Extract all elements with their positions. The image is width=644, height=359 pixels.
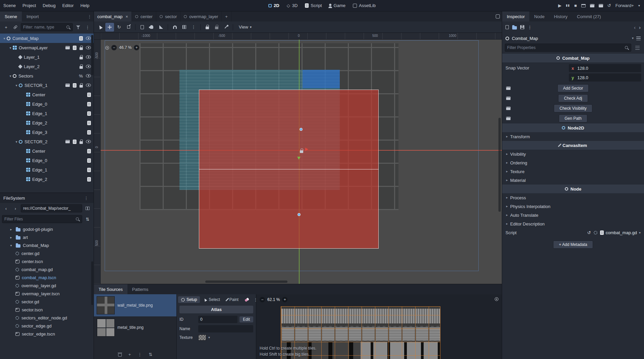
instance-scene-button[interactable] <box>11 23 19 31</box>
visibility-icon[interactable] <box>86 37 91 40</box>
script-icon[interactable] <box>87 130 91 135</box>
atlas-center-view-icon[interactable] <box>495 297 498 302</box>
reload-script-icon[interactable]: ↺ <box>587 230 591 235</box>
atlas-editor-view[interactable]: − 62.1 % + <box>256 294 502 359</box>
ruler-tool-button[interactable] <box>157 23 165 32</box>
scene-node-sector-1-edge-0[interactable]: Edge_0 <box>0 99 94 109</box>
script-icon[interactable] <box>87 121 91 125</box>
list-select-tool-button[interactable] <box>138 23 147 32</box>
category-node[interactable]: Node <box>502 185 644 193</box>
visibility-icon[interactable] <box>86 140 91 143</box>
script-icon[interactable] <box>79 36 83 41</box>
menu-help[interactable]: Help <box>77 2 93 9</box>
scene-tree-menu-icon[interactable]: ⋮ <box>84 23 92 31</box>
scene-node-sector-1-edge-3[interactable]: Edge_3 <box>0 127 94 137</box>
edit-id-button[interactable]: Edit <box>239 316 253 322</box>
visibility-icon[interactable] <box>86 55 91 59</box>
save-resource-icon[interactable] <box>520 25 524 29</box>
scene-node-combat-map[interactable]: ▾ Combat_Map <box>0 34 94 43</box>
script-icon[interactable] <box>73 140 76 144</box>
object-caret-icon[interactable]: ▾ <box>632 37 634 40</box>
distraction-free-icon[interactable] <box>494 11 502 21</box>
scene-node-sector-1-center[interactable]: Center <box>0 90 94 99</box>
section-visibility[interactable]: ▸ Visibility <box>502 150 644 158</box>
section-auto-translate[interactable]: ▸ Auto Translate <box>502 211 644 219</box>
tab-inspector[interactable]: Inspector <box>502 11 529 21</box>
scene-node-sectors[interactable]: ▾ Sectors % <box>0 71 94 81</box>
scene-node-overmaplayer[interactable]: ▾ OvermapLayer <box>0 43 94 52</box>
zoom-in-button[interactable]: + <box>134 45 139 50</box>
property-filter-input[interactable] <box>507 45 623 50</box>
script-icon[interactable] <box>87 177 91 182</box>
scene-tab-overmap-layer[interactable]: overmap_layer <box>180 11 222 21</box>
unique-name-icon[interactable]: % <box>79 74 83 78</box>
expander-icon[interactable]: ▾ <box>9 244 13 247</box>
workspace-script[interactable]: Script <box>301 2 325 9</box>
menu-project[interactable]: Project <box>19 2 39 9</box>
add-source-icon[interactable]: + <box>128 352 131 357</box>
section-process[interactable]: ▸ Process <box>502 193 644 202</box>
fs-item-overmap-layer-tscn[interactable]: overmap_layer.tscn <box>0 290 94 298</box>
canvas-world[interactable]: − 46.7 % + <box>101 40 502 284</box>
script-icon[interactable] <box>73 83 76 88</box>
skeleton-options-button[interactable] <box>222 23 230 32</box>
lock-icon[interactable] <box>79 85 83 88</box>
texture-caret-icon[interactable]: ▾ <box>208 336 210 339</box>
nav-back-button[interactable]: ‹ <box>2 204 10 212</box>
category-node2d[interactable]: Node2D <box>502 123 644 132</box>
zoom-out-button[interactable]: − <box>260 297 265 302</box>
expander-icon[interactable]: ▾ <box>14 84 19 87</box>
paint-mode-button[interactable]: Paint <box>224 296 241 303</box>
property-filter-box[interactable] <box>505 44 631 52</box>
zoom-in-button[interactable]: + <box>282 297 287 302</box>
fs-item-center-tscn[interactable]: center.tscn <box>0 257 94 265</box>
nav-forward-button[interactable]: › <box>11 204 19 212</box>
eraser-button[interactable] <box>243 296 251 304</box>
check-visibility-button[interactable]: Check Visibility <box>554 104 592 112</box>
filter-options-button[interactable] <box>74 23 82 31</box>
unlock-selected-button[interactable] <box>212 23 221 32</box>
visibility-icon[interactable] <box>86 46 91 49</box>
fs-item-combat-map-tscn[interactable]: combat_map.tscn <box>0 273 94 281</box>
lock-icon[interactable] <box>79 47 83 50</box>
expander-icon[interactable]: ▾ <box>8 74 13 78</box>
instance-icon[interactable] <box>65 84 70 87</box>
tab-node[interactable]: Node <box>529 11 549 21</box>
select-tool-button[interactable] <box>96 23 105 32</box>
section-transform[interactable]: ▸ Transform <box>502 132 644 141</box>
path-input[interactable] <box>23 206 80 211</box>
expander-icon[interactable]: ▾ <box>14 140 19 144</box>
snap-vector-x-field[interactable]: x 128.0 <box>569 64 641 72</box>
scene-node-sector-2-edge-0[interactable]: Edge_0 <box>0 156 94 165</box>
view-menu-button[interactable]: View ▾ <box>235 23 255 31</box>
script-icon[interactable] <box>87 111 91 116</box>
section-ordering[interactable]: ▸ Ordering <box>502 158 644 167</box>
new-resource-icon[interactable] <box>505 25 509 29</box>
zoom-level[interactable]: 62.1 % <box>267 297 280 302</box>
fs-item-sector-edge-gd[interactable]: sector_edge.gd <box>0 322 94 330</box>
gizmo-x-arrow[interactable] <box>305 148 308 151</box>
name-value-box[interactable] <box>198 325 253 332</box>
section-editor-description[interactable]: ▸ Editor Description <box>502 219 644 228</box>
stop-button[interactable]: ■ <box>574 3 577 8</box>
scene-node-sector-2[interactable]: ▾ SECTOR_2 <box>0 137 94 146</box>
scene-node-layer-1[interactable]: Layer_1 <box>0 52 94 62</box>
id-value-box[interactable]: 0 <box>198 316 237 323</box>
scale-tool-button[interactable] <box>124 23 133 32</box>
tab-history[interactable]: History <box>549 11 572 21</box>
renderer-selector[interactable]: Forward+ <box>615 3 634 8</box>
menu-editor[interactable]: Editor <box>59 2 77 9</box>
visibility-icon[interactable] <box>86 84 91 87</box>
2d-viewport[interactable]: -1000 -500 0 500 1000 -500 0 500 <box>94 33 502 284</box>
tab-import[interactable]: Import <box>22 11 44 21</box>
lock-icon[interactable] <box>79 57 83 59</box>
new-scene-tab-button[interactable]: + <box>222 11 231 21</box>
gizmo-y-arrow[interactable] <box>297 157 301 160</box>
setup-mode-button[interactable]: Setup <box>178 296 200 303</box>
scene-tab-sector[interactable]: sector <box>156 11 180 21</box>
texture-thumbnail[interactable] <box>198 335 206 341</box>
name-input[interactable] <box>200 326 251 331</box>
path-bar[interactable] <box>21 204 82 212</box>
sector-selection-region[interactable] <box>199 90 379 249</box>
fs-item-sector-edge-tscn[interactable]: sector_edge.tscn <box>0 330 94 338</box>
